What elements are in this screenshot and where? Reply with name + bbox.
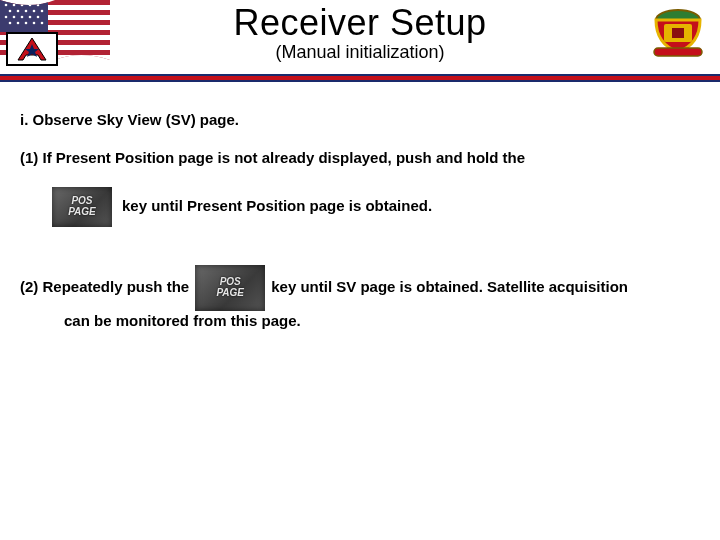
step-1-line1: (1) If Present Position page is not alre…: [20, 148, 700, 168]
slide-header: Receiver Setup (Manual initialization): [0, 0, 720, 70]
slide-body: i. Observe Sky View (SV) page. (1) If Pr…: [20, 110, 700, 331]
slide-subtitle: (Manual initialization): [0, 42, 720, 63]
step-2-after-text: key until SV page is obtained. Satellite…: [271, 277, 628, 297]
step-1-after-text: key until Present Position page is obtai…: [122, 196, 432, 216]
step-2-cont: can be monitored from this page.: [64, 311, 700, 331]
pos-page-key-icon-2: POS PAGE: [195, 265, 265, 311]
header-divider: [0, 74, 720, 82]
slide: Receiver Setup (Manual initialization) i…: [0, 0, 720, 540]
step-2-before-text: (2) Repeatedly push the: [20, 277, 189, 297]
pos-page-key-icon: POS PAGE: [52, 187, 112, 227]
slide-title: Receiver Setup: [0, 0, 720, 44]
pos-page-key-label-2: POS PAGE: [216, 277, 244, 298]
step-2-line1: (2) Repeatedly push the POS PAGE key unt…: [20, 265, 700, 311]
section-i-heading: i. Observe Sky View (SV) page.: [20, 110, 700, 130]
step-1-line2: POS PAGE key until Present Position page…: [46, 187, 700, 227]
pos-page-key-label: POS PAGE: [68, 196, 96, 217]
